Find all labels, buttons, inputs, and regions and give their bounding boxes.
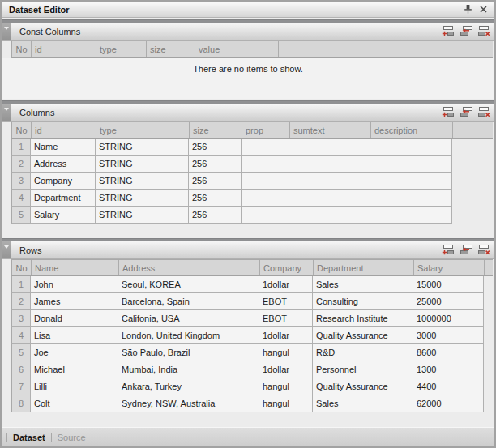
data-cell[interactable]: Sales: [313, 276, 413, 293]
data-cell[interactable]: STRING: [96, 190, 189, 207]
column-header[interactable]: Department: [314, 260, 414, 275]
data-cell[interactable]: Barcelona, Spain: [118, 293, 259, 310]
row-number-cell[interactable]: 3: [11, 173, 31, 190]
row-number-cell[interactable]: 1: [11, 139, 31, 156]
column-header[interactable]: No: [12, 260, 32, 275]
row-number-cell[interactable]: 5: [11, 344, 31, 361]
data-cell[interactable]: hangul: [259, 344, 313, 361]
data-cell[interactable]: [370, 207, 452, 224]
data-cell[interactable]: 256: [189, 156, 242, 173]
data-cell[interactable]: 1dollar: [259, 276, 313, 293]
data-cell[interactable]: [242, 190, 289, 207]
data-cell[interactable]: [370, 139, 452, 156]
data-cell[interactable]: [289, 190, 370, 207]
data-cell[interactable]: John: [31, 276, 118, 293]
column-header[interactable]: No: [12, 122, 32, 138]
column-header[interactable]: No: [12, 41, 32, 57]
data-cell[interactable]: Joe: [31, 344, 118, 361]
data-cell[interactable]: [289, 207, 370, 224]
data-cell[interactable]: London, United Kingdom: [118, 327, 259, 344]
data-cell[interactable]: 62000: [413, 395, 484, 412]
tab-source[interactable]: Source: [52, 433, 92, 442]
data-cell[interactable]: James: [31, 293, 118, 310]
data-cell[interactable]: 1dollar: [259, 327, 313, 344]
data-cell[interactable]: São Paulo, Brazil: [118, 344, 259, 361]
column-header[interactable]: description: [371, 122, 453, 138]
row-number-cell[interactable]: 7: [11, 378, 31, 395]
data-cell[interactable]: STRING: [96, 207, 189, 224]
data-cell[interactable]: 15000: [413, 276, 484, 293]
data-cell[interactable]: [242, 173, 289, 190]
table-row[interactable]: 2JamesBarcelona, SpainEBOTConsulting2500…: [11, 293, 484, 310]
table-row[interactable]: 3DonaldCalifonia, USAEBOTResearch Instit…: [11, 310, 484, 327]
data-cell[interactable]: Research Institute: [313, 310, 413, 327]
data-cell[interactable]: Consulting: [313, 293, 413, 310]
column-header[interactable]: id: [32, 122, 96, 138]
close-button[interactable]: [477, 3, 490, 15]
data-cell[interactable]: 25000: [413, 293, 484, 310]
data-cell[interactable]: Mumbai, India: [118, 361, 259, 378]
data-cell[interactable]: Personnel: [313, 361, 413, 378]
delete-row-button[interactable]: [477, 243, 491, 257]
data-cell[interactable]: [370, 173, 452, 190]
row-number-cell[interactable]: 8: [11, 395, 31, 412]
data-cell[interactable]: Donald: [31, 310, 118, 327]
column-header[interactable]: Company: [260, 260, 314, 275]
row-number-cell[interactable]: 4: [11, 190, 31, 207]
data-cell[interactable]: 256: [189, 139, 242, 156]
data-cell[interactable]: Seoul, KOREA: [118, 276, 259, 293]
column-header[interactable]: Salary: [414, 260, 485, 275]
table-row[interactable]: 6MichaelMumbai, India1dollarPersonnel130…: [11, 361, 484, 378]
data-cell[interactable]: [289, 139, 370, 156]
data-cell[interactable]: STRING: [96, 139, 189, 156]
data-cell[interactable]: Califonia, USA: [118, 310, 259, 327]
data-cell[interactable]: 8600: [413, 344, 484, 361]
column-header[interactable]: Name: [32, 260, 119, 275]
data-cell[interactable]: 3000: [413, 327, 484, 344]
table-row[interactable]: 8ColtSydney, NSW, AustraliahangulSales62…: [11, 395, 484, 412]
table-row[interactable]: 4DepartmentSTRING256: [11, 190, 452, 207]
data-cell[interactable]: 256: [189, 190, 242, 207]
data-cell[interactable]: Sydney, NSW, Australia: [118, 395, 259, 412]
data-cell[interactable]: Sales: [313, 395, 413, 412]
row-number-cell[interactable]: 5: [11, 207, 31, 224]
data-cell[interactable]: 1dollar: [259, 361, 313, 378]
data-cell[interactable]: [289, 156, 370, 173]
data-cell[interactable]: hangul: [259, 395, 313, 412]
column-header[interactable]: Address: [119, 260, 260, 275]
data-cell[interactable]: EBOT: [259, 293, 313, 310]
row-number-cell[interactable]: 3: [11, 310, 31, 327]
data-cell[interactable]: Lisa: [31, 327, 118, 344]
data-cell[interactable]: [370, 156, 452, 173]
table-row[interactable]: 7LilliAnkara, TurkeyhangulQuality Assura…: [11, 378, 484, 395]
delete-row-button[interactable]: [477, 105, 491, 119]
row-number-cell[interactable]: 6: [11, 361, 31, 378]
data-cell[interactable]: Quality Assurance: [313, 378, 413, 395]
data-cell[interactable]: Ankara, Turkey: [118, 378, 259, 395]
add-row-button[interactable]: [441, 105, 455, 119]
data-cell[interactable]: Colt: [31, 395, 118, 412]
data-cell[interactable]: STRING: [96, 173, 189, 190]
column-header[interactable]: prop: [242, 122, 290, 138]
add-row-button[interactable]: [441, 243, 455, 257]
data-cell[interactable]: 1000000: [413, 310, 484, 327]
collapse-rows-button[interactable]: [2, 241, 11, 258]
column-header[interactable]: size: [190, 122, 242, 138]
tab-dataset[interactable]: Dataset: [7, 433, 51, 442]
add-row-button[interactable]: [441, 24, 455, 38]
data-cell[interactable]: EBOT: [259, 310, 313, 327]
column-header[interactable]: size: [147, 41, 195, 57]
table-row[interactable]: 1NameSTRING256: [11, 139, 452, 156]
data-cell[interactable]: Quality Assurance: [313, 327, 413, 344]
row-number-cell[interactable]: 2: [11, 156, 31, 173]
table-row[interactable]: 3CompanySTRING256: [11, 173, 452, 190]
insert-row-button[interactable]: [459, 105, 473, 119]
data-cell[interactable]: Name: [31, 139, 96, 156]
data-cell[interactable]: 256: [189, 207, 242, 224]
data-cell[interactable]: [289, 173, 370, 190]
insert-row-button[interactable]: [459, 24, 473, 38]
data-cell[interactable]: Department: [31, 190, 96, 207]
row-number-cell[interactable]: 4: [11, 327, 31, 344]
table-row[interactable]: 2AddressSTRING256: [11, 156, 452, 173]
data-cell[interactable]: Address: [31, 156, 96, 173]
